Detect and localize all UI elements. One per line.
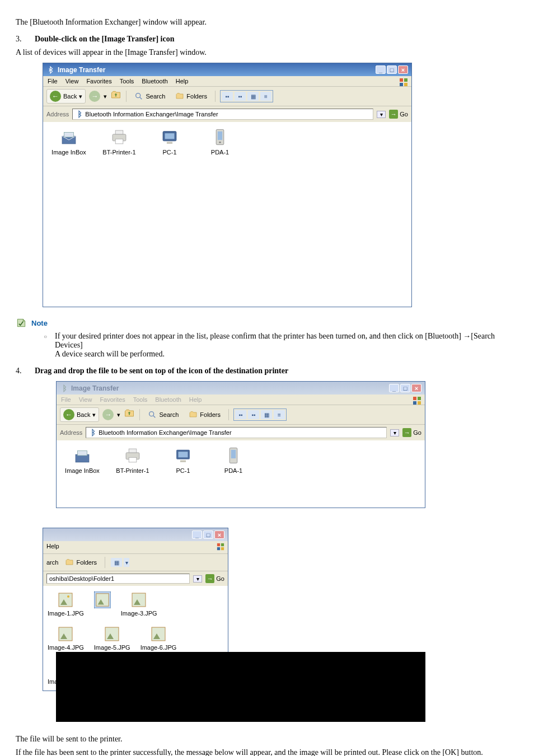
note-label: Note (31, 319, 48, 327)
minimize-button[interactable]: _ (192, 530, 202, 539)
note-body-2: A device search will be performed. (55, 350, 518, 359)
menu-file[interactable]: File (48, 78, 58, 84)
file-label: Image-6.JPG (140, 644, 177, 651)
view-buttons[interactable]: ▪▪ ▪▪ ▦ ≡ (233, 408, 287, 421)
back-button[interactable]: ← Back ▾ (46, 89, 86, 104)
item-label: Image InBox (65, 467, 100, 474)
separator (126, 91, 127, 102)
view-buttons[interactable]: ▪▪ ▪▪ ▦ ≡ (220, 90, 273, 102)
go-label: Go (400, 111, 408, 118)
forward-button[interactable]: → (89, 91, 100, 102)
address-dropdown[interactable]: ▾ (193, 575, 202, 583)
minimize-button[interactable]: _ (389, 384, 399, 392)
file-item-selected[interactable]: Image-2.JPG (94, 591, 111, 617)
file-item[interactable]: Image-6.JPG (140, 626, 177, 651)
menu-help[interactable]: Help (189, 396, 202, 403)
maximize-button[interactable]: □ (203, 530, 213, 539)
window-title: Image Transfer (58, 66, 376, 74)
address-dropdown[interactable]: ▾ (377, 111, 386, 118)
folders-label: Folders (186, 93, 207, 100)
item-label: Image InBox (51, 149, 86, 156)
dropdown-arrow[interactable]: ▾ (104, 93, 107, 100)
image-file-icon (150, 626, 167, 642)
titlebar-inactive: Image Transfer _ □ × (57, 382, 425, 395)
address-input[interactable]: Bluetooth Information Exchanger\Image Tr… (86, 427, 387, 438)
bluetooth-icon (46, 66, 54, 74)
back-button[interactable]: ← Back ▾ (60, 407, 99, 422)
view-icon-3[interactable]: ▦ (261, 410, 272, 419)
menu-bluetooth[interactable]: Bluetooth (155, 396, 181, 403)
forward-button[interactable]: → (102, 409, 114, 420)
go-button[interactable]: → Go (205, 574, 224, 583)
step-4-title: Drag and drop the file to be sent on top… (35, 367, 288, 375)
menu-file[interactable]: File (61, 396, 71, 403)
menu-tools[interactable]: Tools (120, 78, 134, 84)
item-bt-printer[interactable]: BT-Printer-1 (113, 446, 153, 474)
folders-button[interactable]: Folders (62, 556, 100, 569)
view-icon-2[interactable]: ▪▪ (235, 92, 246, 101)
step-3: 3. Double-click on the [Image Transfer] … (16, 35, 518, 44)
back-label: Back (63, 93, 77, 100)
menu-view[interactable]: View (79, 396, 92, 403)
menu-view[interactable]: View (65, 78, 79, 84)
up-button[interactable] (124, 408, 135, 421)
note-heading: Note (16, 317, 518, 328)
item-image-inbox[interactable]: Image InBox (62, 446, 102, 474)
svg-rect-36 (221, 547, 224, 550)
menu-tools[interactable]: Tools (133, 396, 148, 403)
view-icon-1[interactable]: ▪▪ (222, 92, 233, 101)
menu-favorites[interactable]: Favorites (100, 396, 125, 403)
close-button[interactable]: × (214, 530, 224, 539)
file-item[interactable]: Image-4.JPG (48, 626, 84, 651)
search-button[interactable]: Search (144, 408, 182, 421)
chevron-down-icon: ▾ (79, 93, 82, 100)
minimize-button[interactable]: _ (376, 65, 386, 74)
svg-rect-32 (231, 450, 236, 458)
dropdown-arrow[interactable]: ▾ (117, 411, 120, 419)
file-item[interactable]: Image-3.JPG (121, 591, 157, 617)
go-button[interactable]: → Go (402, 428, 421, 437)
svg-rect-13 (167, 142, 172, 144)
maximize-button[interactable]: □ (400, 384, 410, 392)
view-icon-3[interactable]: ▦ (247, 92, 259, 101)
folders-button[interactable]: Folders (172, 90, 210, 102)
intro-text: The [Bluetooth Information Exchanger] wi… (16, 18, 518, 27)
item-pda[interactable]: PDA-1 (200, 128, 240, 156)
item-bt-printer[interactable]: BT-Printer-1 (99, 128, 139, 156)
item-image-inbox[interactable]: Image InBox (49, 128, 89, 156)
up-button[interactable] (110, 90, 121, 103)
menu-bluetooth[interactable]: Bluetooth (142, 78, 167, 84)
view-icon-4[interactable]: ≡ (260, 92, 271, 101)
view-dropdown[interactable]: ▦▾ (110, 557, 130, 568)
view-icon-2[interactable]: ▪▪ (248, 410, 259, 419)
view-icon-1[interactable]: ▪▪ (235, 410, 246, 419)
step-number: 3. (16, 35, 26, 44)
step-number: 4. (16, 367, 26, 375)
printer-icon (110, 128, 129, 147)
go-button[interactable]: → Go (389, 110, 408, 119)
item-pc[interactable]: PC-1 (149, 128, 190, 156)
titlebar: Image Transfer _ □ × (43, 63, 411, 76)
file-item[interactable]: Image-5.JPG (94, 626, 130, 651)
close-button[interactable]: × (411, 384, 421, 392)
svg-rect-18 (418, 397, 421, 400)
back-icon: ← (63, 409, 74, 420)
menu-help[interactable]: Help (176, 78, 189, 84)
close-button[interactable]: × (398, 65, 408, 74)
maximize-button[interactable]: □ (387, 65, 397, 74)
address-input[interactable]: oshiba\Desktop\Folder1 (46, 574, 190, 584)
item-pc[interactable]: PC-1 (163, 446, 203, 474)
windows-flag-icon (399, 78, 408, 88)
inbox-icon (59, 128, 78, 147)
view-icon-4[interactable]: ≡ (274, 410, 285, 419)
menu-help[interactable]: Help (46, 543, 59, 552)
item-label: BT-Printer-1 (102, 149, 135, 156)
search-button[interactable]: Search (131, 90, 168, 102)
address-dropdown[interactable]: ▾ (390, 429, 399, 436)
pda-icon (210, 128, 229, 147)
menu-favorites[interactable]: Favorites (86, 78, 111, 84)
folders-button[interactable]: Folders (185, 408, 224, 421)
item-pda[interactable]: PDA-1 (213, 446, 254, 474)
address-input[interactable]: Bluetooth Information Exchanger\Image Tr… (72, 109, 373, 120)
file-item[interactable]: Image-1.JPG (48, 591, 84, 617)
